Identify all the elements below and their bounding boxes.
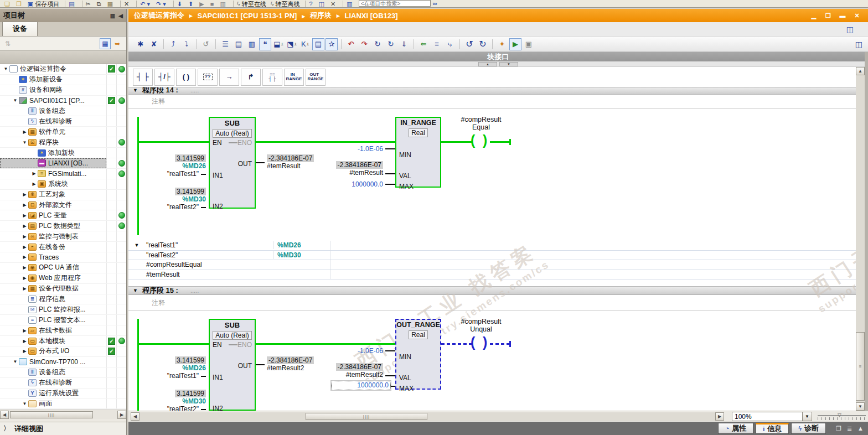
expander-icon[interactable]: ▶ (21, 224, 28, 229)
min-operand[interactable]: -1.0E-06 (300, 347, 383, 355)
rename-operand-dropdown[interactable]: K ± (299, 38, 311, 50)
breadcrumb-item[interactable]: 程序块 (310, 11, 345, 20)
copy-button[interactable]: ⧉ (97, 0, 103, 8)
val-operand[interactable]: -2.384186E-07 #temResult2 (300, 363, 383, 379)
in2-operand[interactable]: 3.141599 %MD30 "realTest2" (145, 390, 206, 411)
tree-item[interactable]: ▼ 位逻辑运算指令 ✓ (0, 64, 126, 75)
max-operand-edit-field[interactable]: 1000000.0 (331, 381, 391, 390)
pin-max[interactable]: MAX (399, 183, 414, 190)
download-to-device-button[interactable]: ⬇ (177, 0, 184, 8)
block-datatype[interactable]: Real (409, 330, 428, 339)
tree-item[interactable]: ≣ 程序信息 ✓ (0, 294, 126, 305)
in1-operand[interactable]: 3.141599 %MD26 "realTest1" (145, 356, 206, 380)
pin-en[interactable]: EN (213, 139, 222, 147)
tree-item[interactable]: ▶ ◉ Web 应用程序 ✓ (0, 273, 126, 284)
tree-item[interactable]: ▼ 画面 ✓ (0, 399, 126, 410)
expander-icon[interactable]: ▶ (21, 328, 28, 333)
new-project[interactable]: ❏ (4, 0, 12, 8)
pin-out[interactable]: OUT (238, 160, 252, 168)
update-block-calls-button[interactable]: ↻ ± (371, 38, 384, 50)
absolute-symbolic-toggle[interactable]: ▤ ± (312, 38, 324, 50)
tree-item[interactable]: ▶ ⊟ 外部源文件 ✓ (0, 200, 126, 211)
max-operand[interactable]: 1000000.0 (300, 180, 383, 188)
pin-val[interactable]: VAL (399, 374, 411, 382)
contact-closed-button[interactable]: ┤/├ (154, 69, 174, 86)
pin-min[interactable]: MIN (399, 151, 411, 159)
tree-item[interactable]: ϟ 在线和诊断 ✓ (0, 116, 126, 127)
tree-item[interactable]: ✶ 添加新块 ✓ (0, 148, 126, 158)
detail-view-bar[interactable]: 〉 详细视图 (0, 422, 126, 435)
block-mode[interactable]: Auto (Real) (213, 331, 252, 340)
scrollbar-thumb[interactable]: |||| (306, 413, 427, 420)
breadcrumb-item[interactable]: 位逻辑运算指令 (134, 11, 198, 20)
network-14-header[interactable]: ▼ 程序段 14 : ..... (128, 87, 856, 95)
in2-operand[interactable]: 3.141599 %MD30 "realTest2" (145, 188, 206, 211)
tree-item[interactable]: ▶ ~ Traces ✓ (0, 252, 126, 263)
maximize-editor-icon[interactable]: ◫ (855, 40, 862, 49)
out-range-block-selected[interactable]: OUT_RANGE Real MIN VAL MAX (395, 319, 441, 390)
save-project-button[interactable]: ▣ 保存项目 (28, 0, 59, 8)
coil-button[interactable]: ( ) (176, 69, 196, 86)
table-view-button[interactable]: ▦ (100, 38, 111, 49)
scrollbar-thumb[interactable]: |||| (10, 411, 93, 418)
scroll-up-icon[interactable]: ▲ (856, 67, 865, 75)
expander-icon[interactable]: ▶ (21, 245, 28, 250)
close-button[interactable]: ✕ (851, 12, 862, 19)
expander-icon[interactable]: ▶ (21, 286, 28, 291)
pane-list-button[interactable]: ≣ (847, 425, 852, 432)
start-cpu-button[interactable]: ▶ (199, 0, 205, 8)
go-online-button[interactable]: ϟ 转至在线 (237, 0, 266, 8)
redo-button[interactable]: ↻ ± (477, 38, 489, 50)
min-operand[interactable]: -1.0E-06 (300, 145, 383, 153)
expander-icon[interactable]: ▶ (21, 339, 28, 344)
open-branch-button[interactable]: → (219, 69, 239, 86)
expander-icon[interactable]: ▶ (30, 182, 38, 187)
out-range-button[interactable]: OUT_ RANGE (306, 69, 326, 86)
tree-item[interactable]: ≡ PLC 报警文本... ✓ (0, 315, 126, 325)
window-button[interactable]: ◫ (319, 0, 326, 8)
contact-open-button[interactable]: ┤ ├ (133, 69, 153, 86)
coil-icon[interactable]: ) (483, 335, 487, 349)
zoom-level-input[interactable] (732, 412, 803, 421)
redo-button[interactable]: ↷ ▾ (156, 0, 168, 8)
expander-icon[interactable]: ▶ (21, 213, 28, 218)
coil-icon[interactable]: ( (471, 335, 475, 349)
jump-to-start-button[interactable]: ⇐ ± (417, 38, 430, 50)
tree-item[interactable]: ▼ SimConv-TP700 ... ✓ (0, 357, 126, 367)
tree-item[interactable]: ✶ 添加新设备 ✓ (0, 75, 126, 85)
zoom-dropdown-icon[interactable]: ▼ (803, 412, 812, 421)
stop-cpu-button[interactable]: ■ (210, 0, 216, 8)
open-branch-button[interactable]: ⤴ ± (167, 38, 179, 50)
restore-pane-button[interactable]: ❐ (836, 425, 841, 432)
insert-line-button[interactable]: ≡ ± (431, 38, 443, 50)
tree-item[interactable]: ▶ ◪ PLC 变量 ✓ (0, 210, 126, 221)
block-mode[interactable]: Auto (Real) (213, 129, 252, 138)
interface-collapse-icon[interactable]: ▼ (499, 62, 518, 66)
zoom-slider[interactable]: ▽ (818, 413, 866, 421)
expander-icon[interactable]: ▶ (21, 130, 28, 134)
insert-placeholder-dropdown[interactable]: ⬔ ± (286, 38, 298, 50)
undo-button[interactable]: ↺ ± (463, 38, 476, 50)
expander-icon[interactable]: ▼ (2, 66, 9, 71)
tree-item[interactable]: ▶ ▭ 分布式 I/O ✓ (0, 346, 126, 357)
pin-in1[interactable]: IN1 (213, 374, 223, 381)
tree-item[interactable]: ▶ ▭ 本地模块 ✓ (0, 336, 126, 346)
tree-item[interactable]: ▶ ◓ 在线备份 ✓ (0, 242, 126, 252)
branch-out-button[interactable]: ⤷ ± (444, 38, 456, 50)
previous-error-button[interactable]: ↶ ± (345, 38, 357, 50)
insert-block-dropdown[interactable]: ⬓ ± (272, 38, 285, 50)
favorites-toggle[interactable]: ✰ ± (326, 38, 338, 50)
tree-item[interactable]: ▶ ▤ PLC 数据类型 ✓ (0, 221, 126, 231)
undo-button[interactable]: ↶ ▾ (140, 0, 152, 8)
network-14-comment[interactable]: 注释 (128, 95, 856, 109)
sort-button[interactable]: ⇅ (2, 38, 13, 49)
expander-icon[interactable]: ▶ (21, 234, 28, 239)
val-operand[interactable]: -2.384186E-07 #temResult (300, 161, 383, 177)
expander-icon[interactable]: ▶ (21, 255, 28, 260)
scrollbar-thumb[interactable]: ≡ (856, 332, 865, 401)
tab-diagnostics[interactable]: ϟ 诊断 (791, 423, 826, 434)
scroll-left-icon[interactable]: ◀ (0, 411, 9, 419)
cut-button[interactable]: ✂ (86, 0, 92, 8)
tree-horizontal-scrollbar[interactable]: ◀ |||| ▶ (0, 410, 126, 419)
pin-in1[interactable]: IN1 (213, 172, 223, 179)
